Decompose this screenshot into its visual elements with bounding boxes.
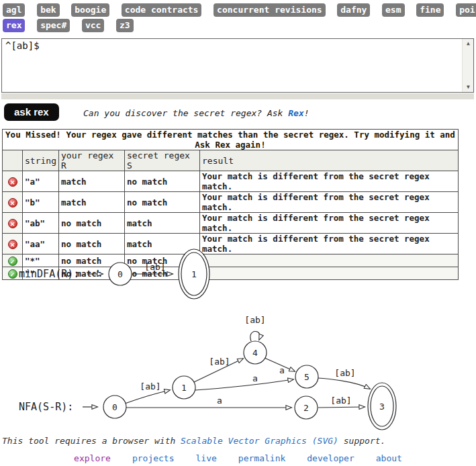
- table-header-row: string your regex R secret regex S resul…: [3, 150, 459, 171]
- table-row: ✕ "a" match no match Your match is diffe…: [3, 171, 459, 192]
- mindfa-edge-0-1-label: [ab]: [144, 262, 165, 272]
- column-header-result: result: [200, 150, 459, 171]
- cell-secret-regex: match: [125, 213, 200, 234]
- svg-support-notice: This tool requires a browser with Scalab…: [2, 436, 385, 446]
- tab-esm[interactable]: esm: [382, 3, 404, 17]
- cell-result: Your match is different from the secret …: [200, 192, 459, 213]
- nfa-edge-5-3-label: [ab]: [334, 368, 355, 378]
- tab-spec-sharp[interactable]: spec#: [37, 19, 70, 32]
- cell-string: "ab": [23, 213, 59, 234]
- column-header-string: string: [23, 150, 59, 171]
- tool-tabs-row2: rex spec# vcc z3: [3, 18, 139, 32]
- tab-agl[interactable]: agl: [3, 3, 25, 17]
- tab-vcc[interactable]: vcc: [82, 19, 104, 32]
- nfa-edge-4-4-selfloop: [250, 331, 260, 341]
- svg-link[interactable]: Scalable Vector Graphics (SVG): [181, 436, 338, 446]
- footer-links: explore projects live permalink develope…: [0, 453, 476, 463]
- tab-bek[interactable]: bek: [37, 3, 59, 17]
- notice-suffix: support.: [338, 436, 385, 446]
- nfa-edge-0-1: [125, 390, 170, 404]
- error-icon: ✕: [8, 219, 17, 228]
- nfa-edge-0-2-label: a: [217, 395, 222, 406]
- cell-secret-regex: no match: [125, 192, 200, 213]
- footer-link-developer[interactable]: developer: [307, 453, 354, 463]
- regex-editor-container: ^[ab]$ ▲ ▼: [1, 38, 474, 99]
- regex-input[interactable]: ^[ab]$: [1, 38, 474, 93]
- nfa-state-1-label: 1: [181, 383, 187, 393]
- mindfa-label: minDFA(R):: [19, 268, 79, 280]
- cell-result: Your match is different from the secret …: [200, 213, 459, 234]
- nfa-label: NFA(S-R):: [19, 401, 73, 413]
- nfa-edge-0-1-label: [ab]: [140, 381, 160, 391]
- tab-z3[interactable]: z3: [116, 19, 134, 32]
- scroll-up-icon[interactable]: ▲: [463, 40, 474, 47]
- footer-link-live[interactable]: live: [196, 453, 217, 463]
- banner-line-1: You Missed! Your regex gave different ma…: [5, 130, 456, 140]
- scroll-down-icon[interactable]: ▼: [463, 84, 474, 91]
- cell-string: "a": [23, 171, 59, 192]
- nfa-edge-1-5: [195, 379, 293, 390]
- nfa-edge-5-3: [318, 378, 370, 389]
- tab-boogie[interactable]: boogie: [71, 3, 109, 17]
- cell-your-regex: no match: [59, 213, 125, 234]
- mindfa-diagram: minDFA(R): 0 [ab] 1: [0, 242, 476, 306]
- nfa-state-4-label: 4: [252, 348, 258, 358]
- nfa-edge-4-5-label: a: [279, 365, 285, 375]
- nfa-edge-2-3-label: [ab]: [330, 395, 351, 406]
- cell-string: "b": [23, 192, 59, 213]
- tab-rex-active[interactable]: rex: [3, 19, 25, 32]
- prompt-prefix: Can you discover the secret regex? Ask: [83, 108, 288, 118]
- nfa-edge-4-4-label: [ab]: [244, 315, 265, 325]
- footer-link-explore[interactable]: explore: [74, 453, 111, 463]
- notice-prefix: This tool requires a browser with: [2, 436, 181, 446]
- nfa-edge-1-5-label: a: [252, 373, 258, 383]
- column-header-status: [3, 150, 23, 171]
- secret-regex-prompt: Can you discover the secret regex? Ask R…: [83, 108, 310, 118]
- horizontal-scrollbar[interactable]: [1, 93, 474, 99]
- mindfa-state-0-label: 0: [117, 269, 123, 279]
- error-icon: ✕: [8, 177, 17, 187]
- rex-tool-page: agl bek boogie code contracts concurrent…: [0, 0, 476, 466]
- vertical-scrollbar[interactable]: ▲ ▼: [462, 39, 473, 92]
- nfa-state-5-label: 5: [304, 372, 310, 382]
- nfa-state-3-label: 3: [379, 402, 385, 412]
- nfa-state-0-label: 0: [112, 402, 117, 412]
- table-row: ✕ "ab" no match match Your match is diff…: [3, 213, 459, 234]
- tab-code-contracts[interactable]: code contracts: [122, 3, 202, 17]
- you-missed-banner: You Missed! Your regex gave different ma…: [3, 130, 459, 150]
- tab-concurrent-revisions[interactable]: concurrent revisions: [213, 3, 326, 17]
- rex-link[interactable]: Rex: [288, 108, 303, 118]
- footer-link-permalink[interactable]: permalink: [238, 453, 285, 463]
- prompt-suffix: !: [304, 108, 310, 118]
- cell-your-regex: match: [59, 192, 125, 213]
- cell-your-regex: match: [59, 171, 125, 192]
- column-header-secret-regex: secret regex S: [125, 150, 200, 171]
- tab-dafny[interactable]: dafny: [337, 3, 370, 17]
- nfa-edge-1-4-label: [ab]: [209, 357, 230, 367]
- mindfa-state-1-label: 1: [191, 269, 197, 279]
- banner-line-2: Ask Rex again!: [5, 140, 456, 150]
- table-row: ✕ "b" match no match Your match is diffe…: [3, 192, 459, 213]
- tool-tabs-row1: agl bek boogie code contracts concurrent…: [3, 3, 476, 17]
- nfa-edge-2-3: [318, 407, 365, 408]
- cell-secret-regex: no match: [125, 171, 200, 192]
- nfa-diagram: NFA(S-R): [ab] [ab] [ab] a a [ab] a [ab]…: [0, 306, 476, 434]
- column-header-your-regex: your regex R: [59, 150, 125, 171]
- ask-rex-button[interactable]: ask rex: [4, 103, 59, 121]
- cell-result: Your match is different from the secret …: [200, 171, 459, 192]
- footer-link-about[interactable]: about: [376, 453, 402, 463]
- footer-link-projects[interactable]: projects: [132, 453, 175, 463]
- error-icon: ✕: [8, 198, 17, 207]
- tab-fine[interactable]: fine: [416, 3, 444, 17]
- tab-poirot[interactable]: poirot: [456, 3, 476, 17]
- nfa-state-2-label: 2: [303, 403, 309, 413]
